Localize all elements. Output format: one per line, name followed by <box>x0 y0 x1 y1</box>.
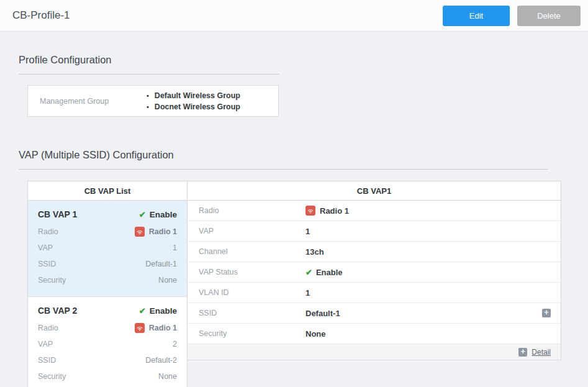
profile-configuration-heading: Profile Configuration <box>19 32 588 66</box>
delete-button[interactable]: Delete <box>517 6 581 26</box>
field-value: None <box>158 276 177 285</box>
detail-row-vlan-id: VLAN ID 1 <box>188 283 561 303</box>
vap-status-badge: ✔ Enable <box>139 210 177 219</box>
field-label: SSID <box>38 356 56 365</box>
vap-field-ssid: SSID Default-2 <box>38 355 177 366</box>
vap-panels: CB VAP List CB VAP 1 ✔ Enable Radio <box>27 181 588 387</box>
field-value: Radio 1 <box>135 323 177 333</box>
field-value: 1 <box>173 244 177 252</box>
management-group-item: • Default Wireless Group <box>147 90 240 101</box>
vap-name: CB VAP 1 <box>38 209 77 219</box>
wifi-icon <box>305 206 315 216</box>
management-group-box: Management Group • Default Wireless Grou… <box>27 85 279 117</box>
edit-button[interactable]: Edit <box>443 6 510 26</box>
row-label: Channel <box>199 247 305 256</box>
row-value: 13ch <box>305 247 324 257</box>
field-value: Default-1 <box>145 260 177 268</box>
vap-card-1[interactable]: CB VAP 1 ✔ Enable Radio Radio 1 <box>28 201 187 297</box>
vap-field-radio: Radio Radio 1 <box>38 322 177 334</box>
section-divider <box>19 169 548 170</box>
row-value: None <box>305 329 326 339</box>
vap-name: CB VAP 2 <box>38 306 77 316</box>
detail-row-channel: Channel 13ch <box>188 242 561 262</box>
field-label: Security <box>38 276 66 285</box>
field-value: Default-2 <box>145 356 177 365</box>
wifi-icon <box>135 227 145 237</box>
section-divider <box>19 74 279 75</box>
detail-row-security: Security None <box>188 324 561 344</box>
vap-field-vap: VAP 2 <box>38 339 177 350</box>
page-title: CB-Profile-1 <box>12 9 70 22</box>
management-group-name: Docnet Wireless Group <box>155 101 240 112</box>
ssid-add-button[interactable]: + <box>542 309 551 317</box>
row-value: Radio 1 <box>305 206 349 216</box>
topbar-buttons: Edit Delete <box>443 6 581 26</box>
detail-row-ssid: SSID Default-1 + <box>188 303 561 324</box>
top-bar: CB-Profile-1 Edit Delete <box>0 0 588 32</box>
vap-field-ssid: SSID Default-1 <box>38 258 177 270</box>
vap-list-header: CB VAP List <box>28 181 187 201</box>
bullet-icon: • <box>147 101 149 112</box>
vap-status-text: Enable <box>150 306 177 316</box>
vap-detail-panel: CB VAP1 Radio Radio 1 VAP 1 Channel 13ch <box>188 181 561 360</box>
row-label: VLAN ID <box>199 288 305 297</box>
vap-field-security: Security None <box>38 275 177 286</box>
detail-footer: + Detail <box>188 344 561 360</box>
check-icon: ✔ <box>305 268 312 277</box>
field-label: VAP <box>38 340 53 348</box>
management-group-label: Management Group <box>40 97 147 106</box>
management-group-item: • Docnet Wireless Group <box>147 101 240 112</box>
main-content: Profile Configuration Management Group •… <box>0 32 588 387</box>
field-value: 2 <box>173 340 177 348</box>
row-value: 1 <box>305 288 310 298</box>
management-group-list: • Default Wireless Group • Docnet Wirele… <box>147 90 240 112</box>
check-icon: ✔ <box>139 210 146 219</box>
field-value: None <box>158 372 177 381</box>
row-label: VAP <box>199 227 305 235</box>
detail-row-vap-status: VAP Status ✔ Enable <box>188 262 561 283</box>
wifi-icon <box>135 323 145 333</box>
vap-configuration-heading: VAP (Multiple SSID) Configuration <box>19 117 588 161</box>
row-label: SSID <box>199 309 305 317</box>
row-value: Default-1 <box>305 309 340 318</box>
vap-field-security: Security None <box>38 371 177 382</box>
vap-card-2[interactable]: CB VAP 2 ✔ Enable Radio Radio 1 <box>28 297 187 387</box>
row-label: VAP Status <box>199 268 305 276</box>
vap-detail-header: CB VAP1 <box>188 181 561 201</box>
detail-link[interactable]: Detail <box>531 348 551 357</box>
field-value: Radio 1 <box>135 227 177 237</box>
vap-status-badge: ✔ Enable <box>139 306 177 316</box>
vap-card-title-row: CB VAP 2 ✔ Enable <box>38 306 177 316</box>
field-label: VAP <box>38 244 53 252</box>
vap-field-vap: VAP 1 <box>38 242 177 253</box>
bullet-icon: • <box>147 90 149 101</box>
row-value: ✔ Enable <box>305 268 343 277</box>
field-label: Security <box>38 372 66 381</box>
row-label: Radio <box>199 206 305 215</box>
vap-field-radio: Radio Radio 1 <box>38 226 177 237</box>
vap-status-text: Enable <box>150 210 177 219</box>
plus-icon[interactable]: + <box>518 348 527 357</box>
field-label: SSID <box>38 260 56 268</box>
row-label: Security <box>199 329 305 338</box>
vap-card-title-row: CB VAP 1 ✔ Enable <box>38 209 177 219</box>
check-icon: ✔ <box>139 306 146 316</box>
detail-row-vap: VAP 1 <box>188 221 561 242</box>
management-group-name: Default Wireless Group <box>155 90 240 101</box>
field-label: Radio <box>38 227 58 236</box>
row-value: 1 <box>305 227 310 236</box>
field-label: Radio <box>38 324 58 332</box>
vap-list-panel: CB VAP List CB VAP 1 ✔ Enable Radio <box>27 181 188 387</box>
detail-row-radio: Radio Radio 1 <box>188 201 561 221</box>
